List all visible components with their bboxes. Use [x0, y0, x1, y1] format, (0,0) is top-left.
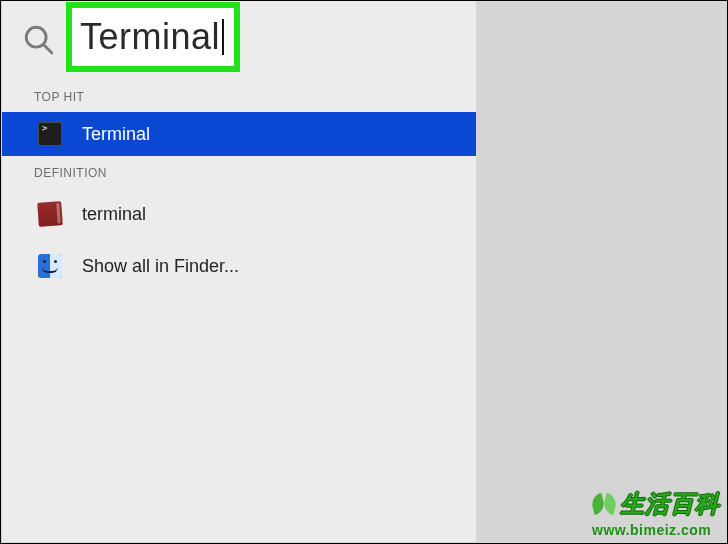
- search-input[interactable]: Terminal: [80, 19, 224, 55]
- result-label: Show all in Finder...: [82, 256, 239, 277]
- dictionary-icon: [37, 201, 63, 227]
- watermark-title: 生活百科: [620, 488, 720, 520]
- section-header-definition: DEFINITION: [2, 156, 476, 188]
- search-input-highlight: Terminal: [66, 2, 240, 72]
- watermark: 生活百科 www.bimeiz.com: [592, 488, 720, 538]
- search-row: Terminal: [2, 0, 476, 80]
- search-icon: [22, 23, 56, 57]
- terminal-app-icon: [38, 122, 62, 146]
- leaf-icon: [592, 492, 616, 516]
- finder-icon: [38, 254, 62, 278]
- show-all-in-finder[interactable]: Show all in Finder...: [2, 240, 476, 292]
- watermark-url: www.bimeiz.com: [592, 522, 720, 538]
- result-label: Terminal: [82, 124, 150, 145]
- section-header-top-hit: TOP HIT: [2, 80, 476, 112]
- result-terminal-app[interactable]: Terminal: [2, 112, 476, 156]
- result-dictionary-terminal[interactable]: terminal: [2, 188, 476, 240]
- svg-line-1: [43, 44, 52, 53]
- spotlight-panel: Terminal TOP HIT Terminal DEFINITION ter…: [2, 0, 476, 542]
- result-label: terminal: [82, 204, 146, 225]
